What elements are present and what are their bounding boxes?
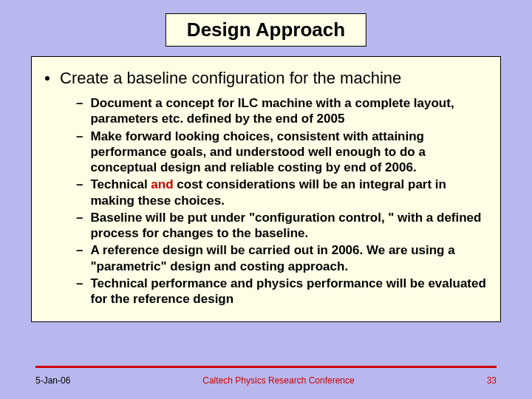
sub-bullet-text: Document a concept for ILC machine with … <box>90 95 487 127</box>
sub-bullet-text: A reference design will be carried out i… <box>90 242 487 274</box>
dash-icon: – <box>76 210 83 225</box>
sub-bullet: – Technical and cost considerations will… <box>76 177 487 208</box>
footer-date: 5-Jan-06 <box>35 375 70 386</box>
footer-page-number: 33 <box>487 375 497 386</box>
main-bullet-text: Create a baseline configuration for the … <box>60 69 401 88</box>
sub-bullet-text: Make forward looking choices, consistent… <box>90 129 487 176</box>
footer-divider <box>35 366 497 368</box>
sub-bullet-text: Baseline will be put under "configuratio… <box>90 210 487 242</box>
sub-bullet-text: Technical performance and physics perfor… <box>90 276 487 307</box>
main-bullet: Create a baseline configuration for the … <box>45 69 487 88</box>
slide-footer: 5-Jan-06 Caltech Physics Research Confer… <box>0 366 532 386</box>
slide-title: Design Approach <box>166 13 366 47</box>
content-box: Create a baseline configuration for the … <box>31 56 501 322</box>
sub-bullet: – Document a concept for ILC machine wit… <box>76 95 487 127</box>
sub-bullet: – Make forward looking choices, consiste… <box>76 129 487 176</box>
sub-bullet: – Baseline will be put under "configurat… <box>76 210 487 242</box>
footer-row: 5-Jan-06 Caltech Physics Research Confer… <box>35 375 497 386</box>
sub-bullet: – A reference design will be carried out… <box>76 242 487 274</box>
sub-bullet: – Technical performance and physics perf… <box>76 276 487 307</box>
bullet-dot-icon <box>45 76 50 81</box>
footer-center: Caltech Physics Research Conference <box>70 375 486 386</box>
sub-bullet-list: – Document a concept for ILC machine wit… <box>45 95 487 307</box>
dash-icon: – <box>76 177 83 192</box>
sub-bullet-text: Technical and cost considerations will b… <box>90 177 487 208</box>
dash-icon: – <box>76 129 83 144</box>
dash-icon: – <box>76 242 83 258</box>
title-text: Design Approach <box>187 18 345 41</box>
dash-icon: – <box>76 276 83 291</box>
dash-icon: – <box>76 95 83 111</box>
